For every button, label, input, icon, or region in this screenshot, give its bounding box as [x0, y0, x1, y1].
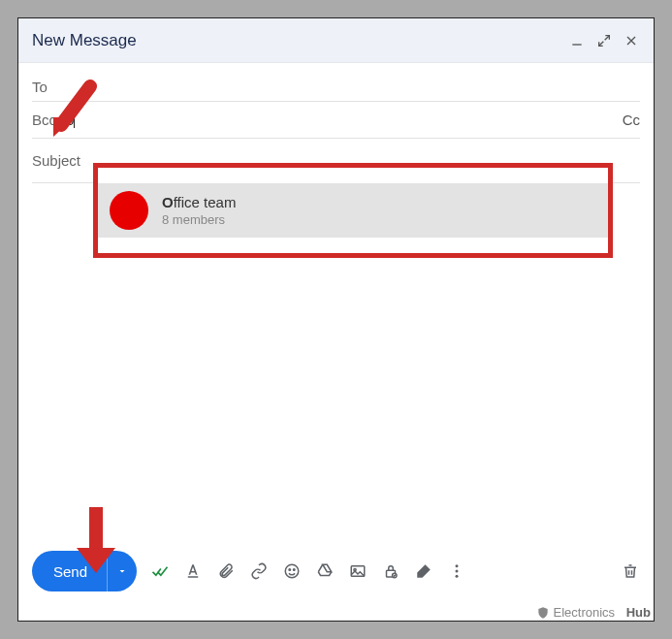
minimize-icon[interactable] — [568, 32, 586, 49]
send-button[interactable]: Send — [32, 551, 137, 591]
confidential-mode-icon[interactable] — [381, 561, 400, 581]
bcc-label: Bcc — [32, 112, 56, 128]
close-icon[interactable] — [623, 32, 640, 49]
insert-link-icon[interactable] — [249, 561, 269, 581]
emoji-icon[interactable] — [282, 561, 302, 581]
to-label: To — [32, 79, 48, 95]
expand-icon[interactable] — [595, 32, 613, 49]
svg-point-10 — [456, 570, 459, 573]
spellcheck-icon[interactable] — [150, 561, 170, 581]
format-text-icon[interactable] — [183, 561, 203, 581]
send-label: Send — [32, 551, 108, 591]
insert-image-icon[interactable] — [348, 561, 368, 581]
contact-name: Office team — [162, 194, 236, 210]
to-row[interactable]: To — [32, 69, 640, 102]
discard-draft-icon[interactable] — [621, 561, 640, 581]
window-title: New Message — [32, 31, 137, 50]
insert-drive-icon[interactable] — [315, 561, 335, 581]
contact-text: Office team 8 members — [162, 194, 236, 227]
send-more-dropdown[interactable] — [108, 551, 137, 591]
bcc-row[interactable]: Bcc o Cc — [32, 102, 640, 139]
svg-point-9 — [456, 564, 459, 567]
contact-subtitle: 8 members — [162, 212, 236, 227]
titlebar: New Message — [18, 18, 654, 63]
bcc-input[interactable] — [75, 112, 622, 128]
bcc-typed: o — [66, 112, 74, 128]
subject-label: Subject — [32, 152, 80, 169]
more-options-icon[interactable] — [447, 561, 466, 581]
contact-suggestion-item[interactable]: Office team 8 members — [98, 183, 608, 238]
watermark-shield-icon — [536, 606, 550, 620]
svg-rect-1 — [188, 576, 199, 578]
attach-file-icon[interactable] — [216, 561, 236, 581]
svg-point-11 — [456, 575, 459, 578]
watermark: Electronics Hub — [536, 605, 651, 620]
compose-window: New Message To Bcc o Cc Subject — [17, 17, 655, 622]
svg-point-2 — [285, 564, 299, 578]
insert-signature-icon[interactable] — [414, 561, 433, 581]
cc-toggle[interactable]: Cc — [623, 112, 640, 128]
svg-point-4 — [294, 569, 296, 571]
contact-avatar — [110, 191, 148, 230]
contact-suggestion-popup: Office team 8 members — [93, 163, 613, 258]
svg-point-3 — [289, 569, 291, 571]
